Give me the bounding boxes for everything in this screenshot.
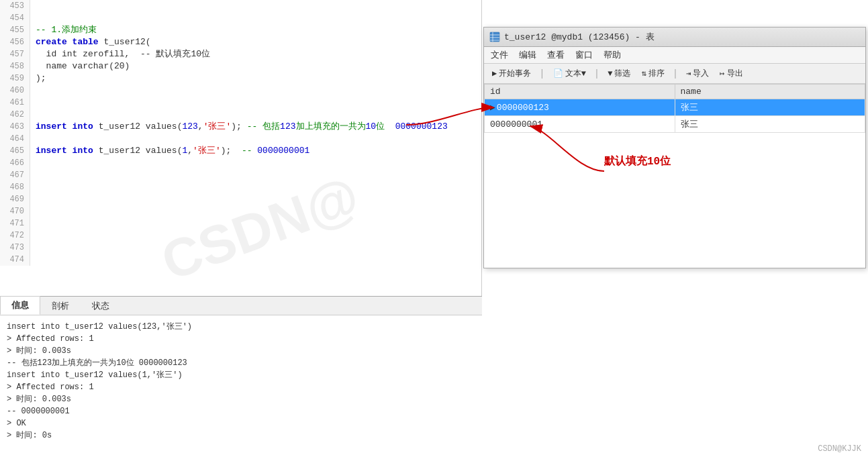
line-number: 465 xyxy=(0,145,30,157)
line-number: 474 xyxy=(0,254,30,266)
csdn-small-watermark: CSDN@KJJK xyxy=(818,444,861,454)
code-line: 460 xyxy=(0,85,481,97)
code-line: 457 id int zerofill, -- 默认填充10位 xyxy=(0,48,481,60)
line-number: 467 xyxy=(0,169,30,181)
begin-transaction-btn[interactable]: ▶ 开始事务 xyxy=(489,66,534,81)
code-line: 464 xyxy=(0,133,481,145)
menu-view[interactable]: 查看 xyxy=(547,49,565,61)
line-number: 464 xyxy=(0,133,30,145)
code-line: 453 xyxy=(0,0,481,12)
line-number: 457 xyxy=(0,48,30,60)
code-line: 461 xyxy=(0,97,481,109)
line-number: 472 xyxy=(0,230,30,242)
info-content[interactable]: insert into t_user12 values(123,'张三')> A… xyxy=(0,315,482,457)
col-name[interactable]: name xyxy=(675,85,865,99)
code-line: 467 xyxy=(0,169,481,181)
line-number: 463 xyxy=(0,121,30,133)
menu-window[interactable]: 窗口 xyxy=(575,49,593,61)
line-content: -- 1.添加约束 xyxy=(30,24,97,36)
line-number: 469 xyxy=(0,193,30,205)
line-number: 455 xyxy=(0,24,30,36)
info-line: > 时间: 0s xyxy=(7,429,475,442)
info-line: insert into t_user12 values(123,'张三') xyxy=(7,321,475,333)
line-number: 466 xyxy=(0,157,30,169)
export-btn[interactable]: ↦ 导出 xyxy=(717,66,745,81)
table-row[interactable]: 0000000001张三 xyxy=(485,116,865,133)
line-content: insert into t_user12 values(123,'张三'); -… xyxy=(30,121,448,133)
code-line: 455-- 1.添加约束 xyxy=(0,24,481,36)
transaction-icon: ▶ xyxy=(492,68,497,79)
table-panel: t_user12 @mydb1 (123456) - 表 文件 编辑 查看 窗口… xyxy=(483,27,866,268)
code-line: 462 xyxy=(0,109,481,121)
line-content: name varchar(20) xyxy=(30,60,130,72)
line-content: insert into t_user12 values(1,'张三'); -- … xyxy=(30,145,309,157)
tab-info[interactable]: 信息 xyxy=(0,296,40,315)
code-line: 458 name varchar(20) xyxy=(0,60,481,72)
code-line: 470 xyxy=(0,205,481,217)
menu-help[interactable]: 帮助 xyxy=(604,49,621,61)
sort-icon: ⇅ xyxy=(641,68,646,79)
tab-profile[interactable]: 剖析 xyxy=(40,297,81,315)
line-number: 456 xyxy=(0,36,30,48)
menu-file[interactable]: 文件 xyxy=(491,49,508,61)
table-icon xyxy=(489,32,500,42)
line-number: 473 xyxy=(0,242,30,254)
info-tabs: 信息 剖析 状态 xyxy=(0,297,482,315)
code-line: 469 xyxy=(0,193,481,205)
table-titlebar: t_user12 @mydb1 (123456) - 表 xyxy=(484,28,865,47)
text-btn[interactable]: 📄 文本▼ xyxy=(550,66,589,81)
export-icon: ↦ xyxy=(720,68,724,79)
code-line: 459); xyxy=(0,72,481,85)
info-line: insert into t_user12 values(1,'张三') xyxy=(7,369,475,381)
menu-edit[interactable]: 编辑 xyxy=(519,49,536,61)
line-content: ); xyxy=(30,72,46,85)
annotation-zerofill: 默认填充10位 xyxy=(604,154,671,168)
line-number: 471 xyxy=(0,217,30,230)
row-name-cell: 张三 xyxy=(675,116,865,133)
row-indicator-cell: ▶0000000123 xyxy=(485,99,675,116)
line-number: 460 xyxy=(0,85,30,97)
line-number: 461 xyxy=(0,97,30,109)
line-number: 453 xyxy=(0,0,30,12)
row-name-cell: 张三 xyxy=(675,99,865,116)
import-btn[interactable]: ⇥ 导入 xyxy=(683,66,712,81)
code-line: 472 xyxy=(0,230,481,242)
info-panel: 信息 剖析 状态 insert into t_user12 values(123… xyxy=(0,296,482,457)
table-menubar: 文件 编辑 查看 窗口 帮助 xyxy=(484,47,865,64)
line-content: id int zerofill, -- 默认填充10位 xyxy=(30,48,210,60)
line-number: 458 xyxy=(0,60,30,72)
row-indicator-cell: 0000000001 xyxy=(485,116,675,133)
filter-btn[interactable]: ▼ 筛选 xyxy=(605,66,633,81)
line-number: 454 xyxy=(0,12,30,24)
info-line: -- 0000000001 xyxy=(7,405,475,417)
line-number: 470 xyxy=(0,205,30,217)
data-table: id name ▶0000000123张三0000000001张三 xyxy=(484,84,865,133)
col-id[interactable]: id xyxy=(485,85,675,99)
info-line: > 时间: 0.003s xyxy=(7,345,475,357)
line-number: 468 xyxy=(0,181,30,193)
code-line: 466 xyxy=(0,157,481,169)
line-content: create table t_user12( xyxy=(30,36,151,48)
code-line: 471 xyxy=(0,217,481,230)
code-line: 456create table t_user12( xyxy=(0,36,481,48)
code-line: 454 xyxy=(0,12,481,24)
info-line: > OK xyxy=(7,417,475,429)
code-line: 465insert into t_user12 values(1,'张三'); … xyxy=(0,145,481,157)
import-icon: ⇥ xyxy=(686,68,691,79)
code-line: 468 xyxy=(0,181,481,193)
table-toolbar: ▶ 开始事务 | 📄 文本▼ | ▼ 筛选 ⇅ 排序 | ⇥ 导入 ↦ 导出 xyxy=(484,64,865,84)
code-line: 463insert into t_user12 values(123,'张三')… xyxy=(0,121,481,133)
info-line: > Affected rows: 1 xyxy=(7,333,475,345)
table-row[interactable]: ▶0000000123张三 xyxy=(485,99,865,116)
line-number: 462 xyxy=(0,109,30,121)
code-line: 473 xyxy=(0,242,481,254)
code-line: 474 xyxy=(0,254,481,266)
line-number: 459 xyxy=(0,72,30,85)
sort-btn[interactable]: ⇅ 排序 xyxy=(638,66,667,81)
table-title-text: t_user12 @mydb1 (123456) - 表 xyxy=(504,31,655,43)
filter-icon: ▼ xyxy=(608,69,612,79)
table-data-area: id name ▶0000000123张三0000000001张三 xyxy=(484,84,865,133)
tab-status[interactable]: 状态 xyxy=(81,297,121,315)
info-line: > Affected rows: 1 xyxy=(7,381,475,393)
doc-icon: 📄 xyxy=(553,68,563,79)
